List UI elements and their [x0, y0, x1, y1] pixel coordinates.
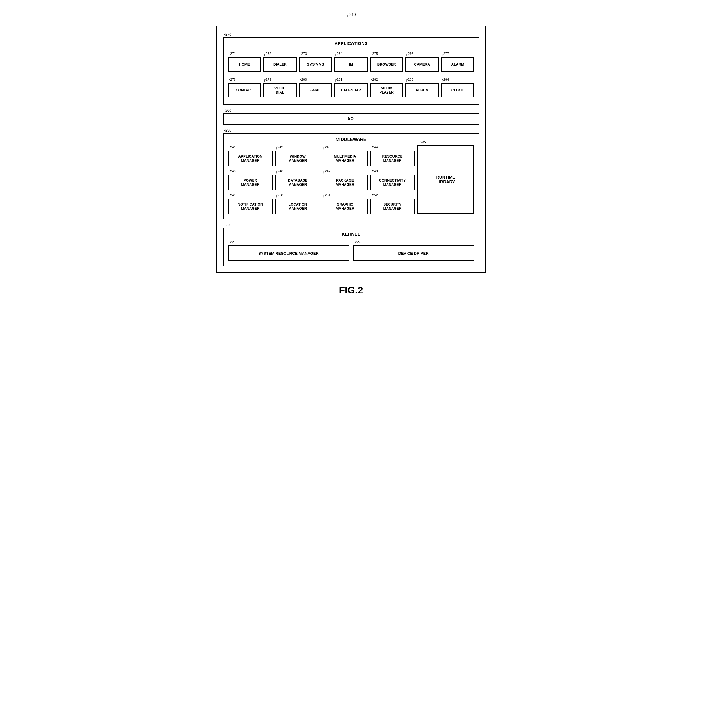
ref-273: ┌273 [299, 52, 307, 55]
app-box-283: ALBUM [405, 83, 439, 97]
app-box-279: VOICE DIAL [263, 83, 297, 97]
mw-box-243: MULTIMEDIA MANAGER [323, 151, 368, 166]
app-row1: ┌271HOME┌272DIALER┌273SMS/MMS┌274IM┌275B… [228, 52, 474, 72]
section-middleware: MIDDLEWARE ┌241APPLICATION MANAGER┌242WI… [223, 133, 479, 220]
ref-245: ┌245 [228, 169, 236, 173]
app-box-276: CAMERA [405, 57, 439, 72]
mw-box-242: WINDOW MANAGER [275, 151, 320, 166]
app-box-284: CLOCK [441, 83, 474, 97]
ref-275: ┌275 [370, 52, 378, 55]
app-box-275: BROWSER [370, 57, 403, 72]
diagram: ┌210 ┌270 APPLICATIONS ┌271HOME┌272DIALE… [216, 12, 486, 296]
ref-230: 230 [225, 128, 231, 133]
runtime-library-box: ┌235 RUNTIME LIBRARY [417, 145, 474, 214]
kernel-box-223: DEVICE DRIVER [353, 246, 474, 261]
kernel-grid: ┌221SYSTEM RESOURCE MANAGER┌223DEVICE DR… [228, 240, 474, 261]
section-api: API [223, 113, 479, 125]
ref-281: ┌281 [334, 78, 342, 81]
mw-box-247: PACKAGE MANAGER [323, 175, 368, 190]
app-box-281: CALENDAR [334, 83, 368, 97]
section-kernel: KERNEL ┌221SYSTEM RESOURCE MANAGER┌223DE… [223, 228, 479, 266]
ref-244: ┌244 [370, 145, 378, 149]
app-box-273: SMS/MMS [299, 57, 332, 72]
ref-235: 235 [420, 140, 426, 144]
mw-box-246: DATABASE MANAGER [275, 175, 320, 190]
runtime-label: RUNTIME LIBRARY [436, 175, 456, 184]
ref-252: ┌252 [370, 193, 378, 197]
section-applications: APPLICATIONS ┌271HOME┌272DIALER┌273SMS/M… [223, 37, 479, 105]
ref-246: ┌246 [275, 169, 283, 173]
ref-241: ┌241 [228, 145, 236, 149]
api-title: API [347, 116, 355, 121]
mw-box-250: LOCATION MANAGER [275, 199, 320, 214]
ref-251: ┌251 [323, 193, 330, 197]
mw-box-241: APPLICATION MANAGER [228, 151, 273, 166]
ref-283: ┌283 [405, 78, 413, 81]
ref-221: ┌221 [228, 240, 236, 244]
mw-box-244: RESOURCE MANAGER [370, 151, 415, 166]
middleware-layout: ┌241APPLICATION MANAGER┌242WINDOW MANAGE… [228, 145, 474, 214]
ref-260: 260 [225, 108, 231, 113]
box-main: ┌270 APPLICATIONS ┌271HOME┌272DIALER┌273… [216, 26, 486, 273]
ref-279: ┌279 [263, 78, 271, 81]
ref-249: ┌249 [228, 193, 236, 197]
mw-box-249: NOTIFICATION MANAGER [228, 199, 273, 214]
mw-box-251: GRAPHIC MANAGER [323, 199, 368, 214]
ref-284: ┌284 [441, 78, 449, 81]
kernel-box-221: SYSTEM RESOURCE MANAGER [228, 246, 349, 261]
ref-223: ┌223 [353, 240, 361, 244]
mw-box-248: CONNECTIVITY MANAGER [370, 175, 415, 190]
ref-280: ┌280 [299, 78, 307, 81]
ref-278: ┌278 [228, 78, 236, 81]
fig-label: FIG.2 [216, 285, 486, 296]
ref-250: ┌250 [275, 193, 283, 197]
middleware-title: MIDDLEWARE [228, 137, 474, 142]
ref-274: ┌274 [334, 52, 342, 55]
ref-242: ┌242 [275, 145, 283, 149]
ref-272: ┌272 [263, 52, 271, 55]
ref-243: ┌243 [323, 145, 330, 149]
app-box-277: ALARM [441, 57, 474, 72]
ref-270: 270 [225, 32, 231, 36]
ref-248: ┌248 [370, 169, 378, 173]
kernel-title: KERNEL [228, 231, 474, 237]
mw-box-252: SECURITY MANAGER [370, 199, 415, 214]
app-row2: ┌278CONTACT┌279VOICE DIAL┌280E-MAIL┌281C… [228, 78, 474, 97]
ref-247: ┌247 [323, 169, 330, 173]
mw-box-245: POWER MANAGER [228, 175, 273, 190]
ref-282: ┌282 [370, 78, 378, 81]
ref-210: 210 [349, 12, 356, 17]
applications-title: APPLICATIONS [228, 41, 474, 46]
ref-271: ┌271 [228, 52, 236, 55]
app-box-282: MEDIA PLAYER [370, 83, 403, 97]
app-box-271: HOME [228, 57, 261, 72]
ref-277: ┌277 [441, 52, 449, 55]
app-box-272: DIALER [263, 57, 297, 72]
ref-276: ┌276 [405, 52, 413, 55]
app-box-274: IM [334, 57, 368, 72]
app-box-278: CONTACT [228, 83, 261, 97]
app-box-280: E-MAIL [299, 83, 332, 97]
ref-220: 220 [225, 223, 231, 227]
